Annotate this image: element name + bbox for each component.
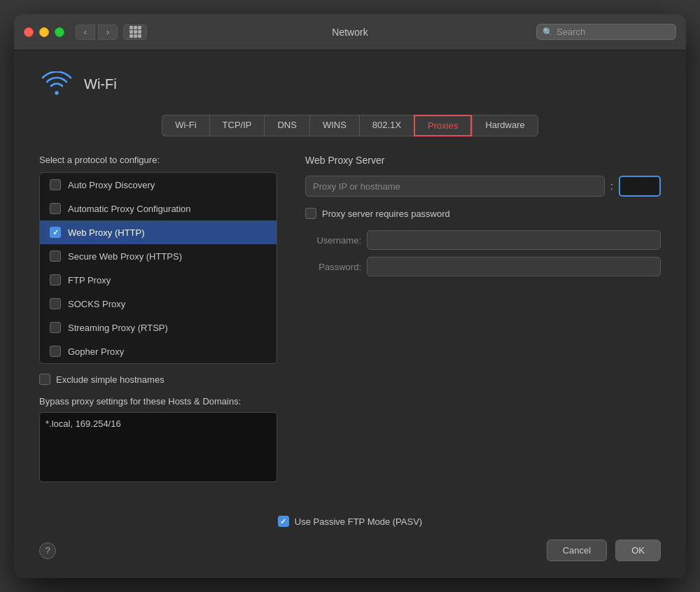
action-buttons: Cancel OK <box>547 540 661 561</box>
bypass-section: Bypass proxy settings for these Hosts & … <box>39 396 277 485</box>
minimize-button[interactable] <box>39 27 49 37</box>
panel-title: Select a protocol to configure: <box>39 155 277 165</box>
wifi-label: Wi-Fi <box>84 76 117 92</box>
password-required-row: Proxy server requires password <box>305 208 661 219</box>
titlebar: ‹ › Network 🔍 <box>14 14 686 50</box>
cancel-button[interactable]: Cancel <box>547 540 607 561</box>
forward-button[interactable]: › <box>98 24 118 40</box>
protocol-label: FTP Proxy <box>68 275 111 286</box>
checkbox-exclude-hostnames[interactable] <box>39 374 50 385</box>
protocol-label: Automatic Proxy Configuration <box>68 204 191 214</box>
bypass-textarea[interactable]: *.local, 169.254/16 <box>39 412 277 482</box>
bottom-bar: ? Cancel OK <box>14 527 686 578</box>
grid-icon <box>130 26 141 38</box>
exclude-hostnames-label: Exclude simple hostnames <box>56 374 164 385</box>
nav-buttons: ‹ › <box>76 24 118 40</box>
protocol-web-proxy-http[interactable]: Web Proxy (HTTP) <box>40 220 276 244</box>
back-button[interactable]: ‹ <box>76 24 95 40</box>
content-area: Wi-Fi Wi-Fi TCP/IP DNS WINS 802.1X Proxi… <box>14 50 686 502</box>
colon-separator: : <box>610 181 613 192</box>
checkbox-streaming-proxy[interactable] <box>50 322 61 333</box>
passive-ftp-label: Use Passive FTP Mode (PASV) <box>295 516 422 527</box>
proxy-hostname-input[interactable] <box>305 176 605 197</box>
window-title: Network <box>332 27 368 38</box>
protocol-label: Streaming Proxy (RTSP) <box>68 323 168 333</box>
search-input[interactable] <box>556 27 670 37</box>
ok-button[interactable]: OK <box>615 540 661 561</box>
protocol-auto-proxy-discovery[interactable]: Auto Proxy Discovery <box>40 173 276 197</box>
passive-ftp-row: Use Passive FTP Mode (PASV) <box>14 516 686 527</box>
checkbox-passive-ftp[interactable] <box>278 516 289 527</box>
protocol-label: Web Proxy (HTTP) <box>68 227 145 238</box>
checkbox-gopher-proxy[interactable] <box>50 346 61 357</box>
tab-8021x[interactable]: 802.1X <box>359 115 414 136</box>
close-button[interactable] <box>24 27 34 37</box>
web-proxy-title: Web Proxy Server <box>305 155 661 166</box>
username-row: Username: <box>305 230 661 250</box>
tabs: Wi-Fi TCP/IP DNS WINS 802.1X Proxies Har… <box>39 115 661 136</box>
protocol-ftp-proxy[interactable]: FTP Proxy <box>40 268 276 292</box>
password-input[interactable] <box>367 257 661 276</box>
grid-button[interactable] <box>123 24 147 40</box>
tab-hardware[interactable]: Hardware <box>472 115 538 136</box>
checkbox-automatic-proxy-config[interactable] <box>50 203 61 214</box>
proxy-server-row: : <box>305 176 661 197</box>
checkbox-web-proxy-http[interactable] <box>50 227 61 238</box>
wifi-icon <box>41 71 72 97</box>
wifi-header: Wi-Fi <box>39 70 661 98</box>
password-label: Password: <box>305 262 361 272</box>
checkbox-auto-proxy-discovery[interactable] <box>50 179 61 190</box>
password-row: Password: <box>305 257 661 276</box>
checkbox-password-required[interactable] <box>305 208 316 219</box>
checkbox-ftp-proxy[interactable] <box>50 274 61 286</box>
protocol-label: SOCKS Proxy <box>68 299 125 309</box>
exclude-hostnames-row: Exclude simple hostnames <box>39 374 277 385</box>
password-required-label: Proxy server requires password <box>322 209 450 219</box>
protocol-streaming-proxy[interactable]: Streaming Proxy (RTSP) <box>40 316 276 339</box>
wifi-icon-container <box>39 70 74 98</box>
help-button[interactable]: ? <box>39 542 56 559</box>
protocol-list: Auto Proxy Discovery Automatic Proxy Con… <box>39 172 277 364</box>
tab-proxies[interactable]: Proxies <box>414 115 472 136</box>
main-window: ‹ › Network 🔍 <box>14 14 686 578</box>
search-icon: 🔍 <box>542 27 553 37</box>
protocol-socks-proxy[interactable]: SOCKS Proxy <box>40 292 276 316</box>
checkbox-secure-web-proxy[interactable] <box>50 251 61 262</box>
protocol-label: Secure Web Proxy (HTTPS) <box>68 251 182 262</box>
left-panel: Select a protocol to configure: Auto Pro… <box>39 155 277 485</box>
traffic-lights <box>24 27 64 37</box>
main-layout: Select a protocol to configure: Auto Pro… <box>39 155 661 485</box>
maximize-button[interactable] <box>55 27 64 37</box>
tab-wifi[interactable]: Wi-Fi <box>162 115 209 136</box>
protocol-label: Auto Proxy Discovery <box>68 180 155 190</box>
protocol-automatic-proxy-config[interactable]: Automatic Proxy Configuration <box>40 197 276 220</box>
protocol-label: Gopher Proxy <box>68 346 124 357</box>
protocol-secure-web-proxy[interactable]: Secure Web Proxy (HTTPS) <box>40 244 276 268</box>
username-label: Username: <box>305 235 361 246</box>
tab-wins[interactable]: WINS <box>309 115 359 136</box>
tab-dns[interactable]: DNS <box>264 115 309 136</box>
checkbox-socks-proxy[interactable] <box>50 298 61 309</box>
protocol-gopher-proxy[interactable]: Gopher Proxy <box>40 339 276 363</box>
bypass-label: Bypass proxy settings for these Hosts & … <box>39 396 277 407</box>
search-box[interactable]: 🔍 <box>536 24 676 40</box>
right-panel: Web Proxy Server : Proxy server requires… <box>305 155 661 485</box>
username-input[interactable] <box>367 230 661 250</box>
proxy-port-input[interactable] <box>619 176 661 197</box>
tab-tcpip[interactable]: TCP/IP <box>209 115 265 136</box>
